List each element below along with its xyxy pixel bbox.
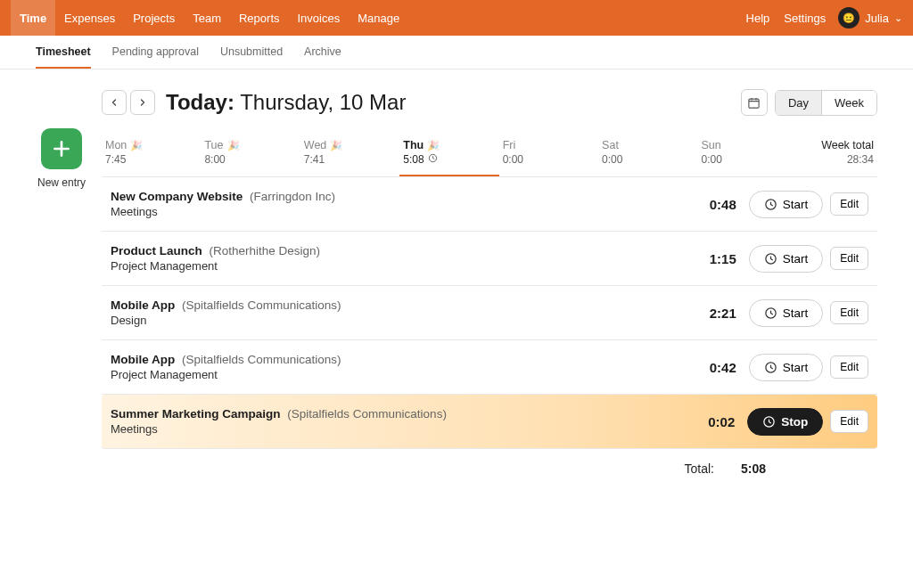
avatar[interactable]: 😐: [838, 7, 860, 29]
day-sat[interactable]: Sat0:00: [598, 132, 697, 176]
start-button[interactable]: Start: [749, 299, 824, 327]
entry-duration: 1:15: [701, 251, 736, 266]
subnav-pending-approval[interactable]: Pending approval: [112, 37, 199, 69]
edit-button[interactable]: Edit: [830, 247, 868, 270]
entry-client: (Spitalfields Communications): [287, 407, 447, 421]
action-label: Start: [783, 198, 809, 211]
calendar-icon: [747, 96, 761, 110]
entry-task: Project Management: [111, 368, 701, 381]
day-name: Wed🎉: [304, 139, 396, 151]
nav-reports[interactable]: Reports: [230, 0, 289, 36]
time-entry: Product Launch (Rotherhithe Design)Proje…: [102, 232, 877, 286]
celebrate-icon: 🎉: [130, 140, 143, 151]
entry-project: New Company Website: [111, 190, 243, 203]
date-label: Thursday, 10 Mar: [240, 90, 406, 114]
nav-team[interactable]: Team: [184, 0, 230, 36]
clock-icon: [764, 252, 777, 265]
entry-task: Project Management: [111, 259, 701, 273]
today-label: Today:: [166, 90, 234, 114]
entry-project: Mobile App: [111, 353, 175, 366]
next-day-button[interactable]: [130, 90, 155, 115]
day-name: Sat: [602, 139, 694, 151]
view-segment: Day Week: [775, 90, 877, 116]
total-row: Total: 5:08: [102, 449, 877, 488]
day-hours: 7:41: [304, 153, 396, 166]
day-hours: 0:00: [602, 153, 694, 166]
segment-day[interactable]: Day: [776, 91, 821, 115]
day-mon[interactable]: Mon🎉7:45: [102, 132, 201, 176]
entry-info: Summer Marketing Campaign (Spitalfields …: [111, 407, 699, 436]
day-tue[interactable]: Tue🎉8:00: [201, 132, 300, 176]
stop-button[interactable]: Stop: [747, 408, 823, 436]
clock-icon: [764, 361, 777, 374]
chevron-left-icon: [109, 97, 119, 108]
start-button[interactable]: Start: [749, 354, 824, 381]
day-sun[interactable]: Sun0:00: [698, 132, 797, 176]
user-menu[interactable]: Julia ⌄: [865, 12, 902, 25]
entry-duration: 2:21: [701, 306, 736, 321]
week-total: Week total28:34: [797, 132, 877, 176]
day-wed[interactable]: Wed🎉7:41: [300, 132, 399, 176]
nav-expenses[interactable]: Expenses: [55, 0, 124, 36]
entry-client: (Spitalfields Communications): [182, 298, 341, 312]
chevron-right-icon: [137, 97, 148, 108]
entry-task: Meetings: [111, 422, 699, 436]
entry-client: (Spitalfields Communications): [182, 353, 341, 366]
day-name: Thu🎉: [403, 139, 495, 151]
nav-invoices[interactable]: Invoices: [289, 0, 350, 36]
action-label: Stop: [781, 415, 808, 429]
subnav-unsubmitted[interactable]: Unsubmitted: [220, 37, 283, 69]
day-name: Mon🎉: [105, 139, 197, 151]
entry-info: New Company Website (Farringdon Inc)Meet…: [111, 190, 701, 218]
calendar-button[interactable]: [741, 89, 768, 116]
entry-duration: 0:48: [701, 197, 736, 212]
user-name: Julia: [865, 12, 889, 25]
nav-projects[interactable]: Projects: [124, 0, 184, 36]
entry-task: Meetings: [111, 205, 701, 218]
edit-button[interactable]: Edit: [830, 301, 868, 324]
entry-task: Design: [111, 314, 701, 327]
celebrate-icon: 🎉: [330, 140, 342, 151]
day-hours: 8:00: [204, 153, 296, 166]
entry-info: Product Launch (Rotherhithe Design)Proje…: [111, 244, 701, 273]
entry-info: Mobile App (Spitalfields Communications)…: [111, 353, 701, 381]
action-label: Start: [783, 361, 809, 374]
entry-info: Mobile App (Spitalfields Communications)…: [111, 298, 701, 327]
clock-icon: [764, 198, 777, 211]
time-entry: Mobile App (Spitalfields Communications)…: [102, 340, 877, 395]
settings-link[interactable]: Settings: [777, 12, 833, 25]
day-fri[interactable]: Fri0:00: [499, 132, 598, 176]
edit-button[interactable]: Edit: [830, 355, 868, 379]
edit-button[interactable]: Edit: [830, 192, 868, 216]
week-total-label: Week total: [801, 139, 874, 151]
header-row: Today: Thursday, 10 Mar Day Week: [102, 89, 877, 116]
new-entry-button[interactable]: [41, 128, 82, 169]
new-entry-label: New entry: [37, 176, 86, 189]
week-total-value: 28:34: [801, 153, 874, 166]
entry-duration: 0:42: [701, 360, 736, 375]
clock-icon: [762, 415, 776, 429]
start-button[interactable]: Start: [749, 245, 824, 273]
day-hours: 5:08: [403, 153, 495, 166]
svg-rect-0: [749, 99, 759, 108]
nav-time[interactable]: Time: [11, 0, 55, 36]
entry-duration: 0:02: [699, 414, 735, 429]
entry-client: (Rotherhithe Design): [210, 244, 321, 257]
page-title: Today: Thursday, 10 Mar: [166, 90, 406, 115]
subnav-archive[interactable]: Archive: [304, 37, 341, 69]
day-name: Fri: [503, 139, 595, 151]
day-thu[interactable]: Thu🎉5:08: [399, 132, 498, 176]
subnav-timesheet[interactable]: Timesheet: [36, 37, 91, 69]
entry-project: Summer Marketing Campaign: [111, 407, 281, 421]
entry-project: Product Launch: [111, 244, 202, 257]
nav-manage[interactable]: Manage: [349, 0, 408, 36]
prev-day-button[interactable]: [102, 90, 127, 115]
entry-project: Mobile App: [111, 298, 175, 312]
sub-navigation: TimesheetPending approvalUnsubmittedArch…: [0, 36, 913, 69]
celebrate-icon: 🎉: [427, 140, 440, 151]
segment-week[interactable]: Week: [821, 91, 876, 115]
edit-button[interactable]: Edit: [830, 410, 868, 433]
time-entry: Summer Marketing Campaign (Spitalfields …: [102, 395, 877, 449]
start-button[interactable]: Start: [749, 191, 824, 218]
help-link[interactable]: Help: [739, 12, 777, 25]
